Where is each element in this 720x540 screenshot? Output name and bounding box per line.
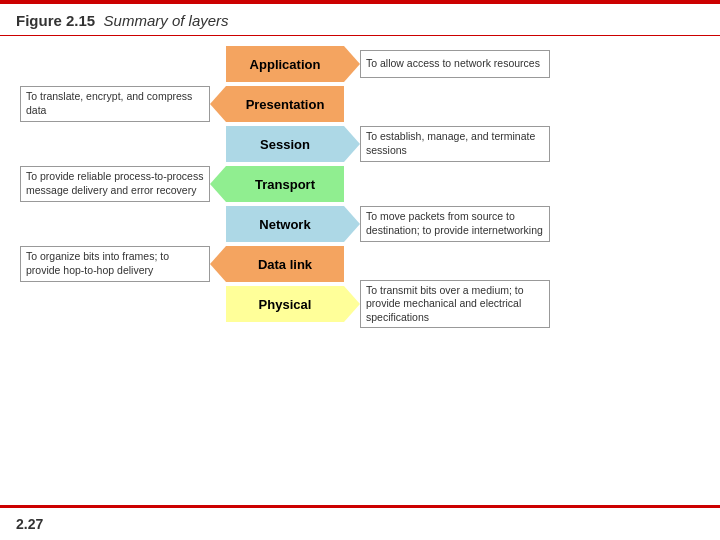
- arrow-right-physical: [344, 286, 360, 322]
- footer: 2.27: [0, 505, 720, 540]
- left-desc-presentation: To translate, encrypt, and compress data: [20, 86, 210, 121]
- layer-box-application: Application: [226, 46, 344, 82]
- layer-box-physical: Physical: [226, 286, 344, 322]
- left-desc-datalink: To organize bits into frames; to provide…: [20, 246, 210, 281]
- layer-row-application: ApplicationTo allow access to network re…: [20, 46, 700, 82]
- layer-row-transport: To provide reliable process-to-process m…: [20, 166, 700, 202]
- right-desc-physical: To transmit bits over a medium; to provi…: [360, 280, 550, 329]
- arrow-right-session: [344, 126, 360, 162]
- layer-box-session: Session: [226, 126, 344, 162]
- right-desc-session: To establish, manage, and terminate sess…: [360, 126, 550, 161]
- layer-box-transport: Transport: [226, 166, 344, 202]
- layer-box-presentation: Presentation: [226, 86, 344, 122]
- layer-row-session: SessionTo establish, manage, and termina…: [20, 126, 700, 162]
- page-number: 2.27: [16, 516, 43, 532]
- right-desc-network: To move packets from source to destinati…: [360, 206, 550, 241]
- main-area: ApplicationTo allow access to network re…: [0, 36, 720, 362]
- layer-box-network: Network: [226, 206, 344, 242]
- arrow-left-datalink: [210, 246, 226, 282]
- arrow-right-network: [344, 206, 360, 242]
- arrow-left-transport: [210, 166, 226, 202]
- arrow-right-application: [344, 46, 360, 82]
- header: Figure 2.15 Summary of layers: [0, 4, 720, 36]
- left-desc-transport: To provide reliable process-to-process m…: [20, 166, 210, 201]
- layer-row-network: NetworkTo move packets from source to de…: [20, 206, 700, 242]
- arrow-left-presentation: [210, 86, 226, 122]
- diagram: ApplicationTo allow access to network re…: [20, 46, 700, 322]
- layer-row-physical: PhysicalTo transmit bits over a medium; …: [20, 286, 700, 322]
- figure-label: Figure 2.15 Summary of layers: [16, 12, 229, 29]
- layer-row-presentation: To translate, encrypt, and compress data…: [20, 86, 700, 122]
- right-desc-application: To allow access to network resources: [360, 50, 550, 78]
- layer-row-datalink: To organize bits into frames; to provide…: [20, 246, 700, 282]
- layer-box-datalink: Data link: [226, 246, 344, 282]
